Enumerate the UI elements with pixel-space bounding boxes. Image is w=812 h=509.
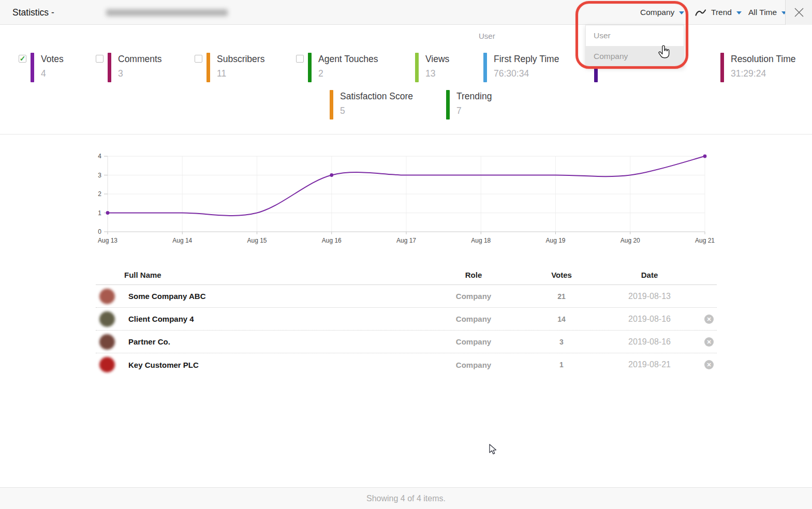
tile-first-reply-time[interactable]: First Reply Time76:30:34 [483,53,559,82]
color-bar [330,90,333,119]
full-name-cell: Partner Co. [124,337,422,346]
tile-label: Satisfaction Score [340,90,413,103]
column-full-name: Full Name [124,271,422,279]
tile-trending[interactable]: Trending7 [446,90,492,119]
tile-value: 11 [217,66,264,81]
menu-option-company[interactable]: Company [586,46,684,67]
close-button[interactable] [785,0,812,25]
tile-value: 4 [41,66,64,81]
tile-votes[interactable]: ✓ Votes4 [19,53,64,82]
delete-button[interactable]: ✕ [704,315,714,324]
svg-text:Aug 17: Aug 17 [396,237,416,244]
titlebar: Statistics - Company Trend All Time [0,0,812,25]
tile-label: Agent Touches [318,53,378,66]
votes-checkbox[interactable]: ✓ [19,55,26,63]
svg-text:4: 4 [98,153,101,160]
avatar [99,311,115,327]
tile-label: Trending [456,90,492,103]
trend-label: Trend [711,8,732,17]
tile-value: 5 [340,103,413,118]
time-range-dropdown[interactable]: All Time [748,0,787,25]
full-name-cell: Key Customer PLC [124,361,422,369]
date-cell: 2019-08-16 [598,337,701,347]
tile-label: Comments [118,53,162,66]
svg-text:Aug 16: Aug 16 [322,237,342,244]
tile-label: Subscribers [217,53,264,66]
tile-satisfaction-score[interactable]: Satisfaction Score5 [330,90,413,119]
date-cell: 2019-08-16 [598,315,701,324]
chevron-down-icon [679,11,684,14]
avatar [99,357,115,372]
tile-resolution-time[interactable]: Resolution Time31:29:24 [720,53,795,82]
menu-option-user[interactable]: User [586,25,684,46]
color-bar [415,53,419,82]
color-bar [31,53,34,82]
color-bar [720,53,724,82]
table-row: Partner Co. Company 3 2019-08-16 ✕ [96,331,717,353]
column-votes: Votes [525,271,598,279]
votes-cell: 3 [525,338,598,346]
footer: Showing 4 of 4 items. [0,487,812,509]
color-bar [308,53,312,82]
table-row: Key Customer PLC Company 1 2019-08-21 ✕ [96,353,717,376]
tile-value: 2 [318,66,378,81]
column-role: Role [422,271,525,279]
svg-text:3: 3 [98,172,101,179]
color-bar [206,53,210,82]
tile-label: Views [425,53,449,66]
tile-value: 31:29:24 [731,66,795,81]
close-icon [793,7,805,18]
role-cell: Company [422,337,525,346]
role-cell: Company [422,361,525,369]
table-header: Full Name Role Votes Date [96,265,717,285]
svg-text:Aug 15: Aug 15 [247,237,267,244]
full-name-cell: Some Company ABC [124,292,422,301]
role-cell: Company [422,315,525,323]
group-by-dropdown[interactable]: Company [640,0,684,25]
svg-text:Aug 20: Aug 20 [621,237,640,244]
group-by-menu: User Company [585,25,684,67]
tile-value: 7 [456,103,492,118]
trend-dropdown[interactable]: Trend [695,0,742,25]
table-row: Client Company 4 Company 14 2019-08-16 ✕ [96,308,717,331]
tile-label: Votes [41,53,64,66]
tile-label: First Reply Time [494,53,559,66]
tile-views[interactable]: Views13 [415,53,449,82]
role-cell: Company [422,292,525,301]
svg-text:Aug 14: Aug 14 [172,237,192,244]
svg-text:Aug 19: Aug 19 [545,237,565,244]
votes-cell: 21 [525,292,598,301]
tile-value: 13 [425,66,449,81]
statistics-dialog: Statistics - Company Trend All Time User [0,0,812,509]
redacted-title-blur [106,9,228,16]
trend-icon [695,8,706,17]
votes-cell: 1 [525,361,598,369]
delete-button[interactable]: ✕ [704,360,714,369]
tile-subscribers[interactable]: Subscribers11 [195,53,264,82]
stats-table: Full Name Role Votes Date Some Company A… [96,265,717,376]
color-bar [483,53,487,82]
time-range-label: All Time [748,8,777,17]
group-by-selected-label: Company [640,8,674,17]
svg-text:Aug 21: Aug 21 [695,237,715,244]
svg-text:1: 1 [98,209,101,217]
color-bar [446,90,450,119]
tile-agent-touches[interactable]: Agent Touches2 [296,53,378,82]
svg-text:2: 2 [98,190,101,198]
votes-cell: 14 [525,315,598,323]
table-row: Some Company ABC Company 21 2019-08-13 ✕ [96,285,717,308]
tile-value: 76:30:34 [494,66,559,81]
arrow-cursor-icon [489,444,497,455]
svg-text:0: 0 [98,228,101,235]
date-cell: 2019-08-21 [598,360,701,369]
color-bar [108,53,111,82]
subscribers-checkbox[interactable] [195,55,202,63]
tile-value: 3 [118,66,162,81]
votes-trend-chart: Aug 13Aug 14Aug 15Aug 16Aug 17Aug 18Aug … [0,134,812,256]
delete-button[interactable]: ✕ [704,337,714,347]
comments-checkbox[interactable] [96,55,104,63]
agent-touches-checkbox[interactable] [296,55,304,63]
tile-comments[interactable]: Comments3 [96,53,162,82]
tile-label: Resolution Time [731,53,795,66]
svg-text:Aug 13: Aug 13 [98,237,117,244]
